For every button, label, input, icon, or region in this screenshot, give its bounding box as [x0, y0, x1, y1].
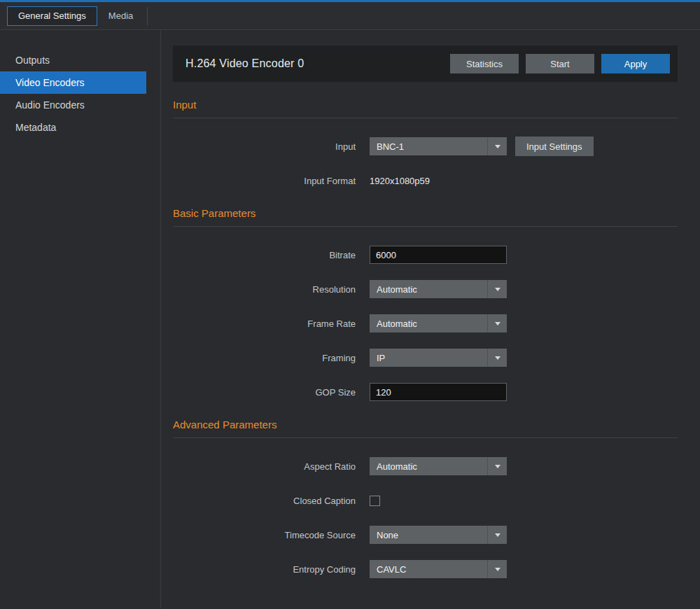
tab-general-settings-label: General Settings: [18, 10, 86, 21]
sidebar-item-outputs[interactable]: Outputs: [0, 49, 146, 71]
form-row-timecode-source: Timecode Source None: [173, 525, 678, 545]
timecode-source-select[interactable]: None: [370, 526, 507, 544]
entropy-coding-label: Entropy Coding: [173, 564, 370, 575]
aspect-ratio-label: Aspect Ratio: [173, 461, 370, 472]
frame-rate-select[interactable]: Automatic: [370, 314, 507, 332]
chevron-down-icon: [487, 526, 507, 544]
form-row-resolution: Resolution Automatic: [173, 279, 678, 299]
tab-media[interactable]: Media: [97, 6, 144, 26]
chevron-down-icon: [487, 280, 507, 298]
chevron-down-icon: [487, 314, 507, 332]
framing-label: Framing: [173, 353, 370, 363]
section-divider: [173, 118, 678, 118]
aspect-ratio-select[interactable]: Automatic: [370, 457, 507, 475]
closed-caption-checkbox[interactable]: [370, 496, 380, 506]
form-row-closed-caption: Closed Caption: [173, 491, 678, 510]
tab-general-settings[interactable]: General Settings: [7, 6, 97, 26]
content-panel: H.264 Video Encoder 0 Statistics Start A…: [161, 30, 700, 608]
main-layout: Outputs Video Encoders Audio Encoders Me…: [0, 30, 700, 608]
form-row-framing: Framing IP: [173, 348, 678, 368]
input-controls: BNC-1 Input Settings: [370, 136, 594, 156]
entropy-coding-select-value: CAVLC: [370, 564, 406, 575]
section-divider: [173, 438, 678, 438]
chevron-down-icon: [487, 349, 507, 367]
timecode-source-label: Timecode Source: [173, 530, 370, 540]
form-row-input: Input BNC-1 Input Settings: [173, 136, 678, 156]
statistics-button[interactable]: Statistics: [450, 54, 519, 74]
chevron-down-icon: [487, 457, 507, 475]
sidebar-item-video-encoders[interactable]: Video Encoders: [0, 71, 146, 94]
start-button[interactable]: Start: [526, 54, 594, 74]
form-row-bitrate: Bitrate: [173, 245, 678, 265]
tab-separator: [147, 7, 148, 25]
aspect-ratio-select-value: Automatic: [370, 461, 417, 472]
form-row-aspect-ratio: Aspect Ratio Automatic: [173, 456, 678, 476]
tab-media-label: Media: [108, 10, 133, 21]
section-divider: [173, 226, 678, 227]
apply-button[interactable]: Apply: [601, 54, 670, 74]
input-select[interactable]: BNC-1: [370, 137, 507, 155]
sidebar-item-audio-encoders-label: Audio Encoders: [15, 99, 85, 111]
gop-size-label: GOP Size: [173, 387, 370, 398]
sidebar-item-audio-encoders[interactable]: Audio Encoders: [0, 94, 146, 116]
page-title: H.264 Video Encoder 0: [186, 57, 304, 70]
resolution-select-value: Automatic: [370, 284, 417, 295]
form-row-entropy-coding: Entropy Coding CAVLC: [173, 559, 678, 579]
input-format-value: 1920x1080p59: [370, 176, 430, 186]
resolution-select[interactable]: Automatic: [370, 280, 507, 298]
sidebar-item-metadata[interactable]: Metadata: [0, 116, 146, 139]
bitrate-input[interactable]: [370, 246, 507, 264]
timecode-source-select-value: None: [370, 530, 398, 540]
header-buttons: Statistics Start Apply: [450, 54, 670, 74]
section-title-basic-parameters: Basic Parameters: [173, 207, 678, 219]
framing-select[interactable]: IP: [370, 349, 507, 367]
framing-select-value: IP: [370, 353, 385, 363]
sidebar-item-outputs-label: Outputs: [15, 55, 50, 66]
section-title-advanced-parameters: Advanced Parameters: [173, 419, 678, 430]
closed-caption-label: Closed Caption: [173, 496, 370, 506]
sidebar: Outputs Video Encoders Audio Encoders Me…: [0, 30, 161, 608]
frame-rate-label: Frame Rate: [173, 318, 370, 329]
sidebar-item-video-encoders-label: Video Encoders: [15, 77, 85, 88]
input-settings-button[interactable]: Input Settings: [515, 136, 594, 156]
form-row-frame-rate: Frame Rate Automatic: [173, 314, 678, 333]
gop-size-input[interactable]: [370, 383, 507, 401]
entropy-coding-select[interactable]: CAVLC: [370, 560, 507, 578]
chevron-down-icon: [487, 137, 507, 155]
input-format-label: Input Format: [173, 176, 370, 186]
input-label: Input: [173, 141, 370, 152]
input-select-value: BNC-1: [370, 141, 404, 152]
chevron-down-icon: [487, 560, 507, 578]
topbar: General Settings Media: [0, 2, 700, 30]
sidebar-item-metadata-label: Metadata: [15, 122, 56, 133]
form-row-gop-size: GOP Size: [173, 382, 678, 402]
form-row-input-format: Input Format 1920x1080p59: [173, 171, 678, 190]
bitrate-label: Bitrate: [173, 250, 370, 260]
encoder-header: H.264 Video Encoder 0 Statistics Start A…: [173, 46, 678, 82]
section-title-input: Input: [173, 99, 678, 111]
resolution-label: Resolution: [173, 284, 370, 295]
frame-rate-select-value: Automatic: [370, 318, 417, 329]
